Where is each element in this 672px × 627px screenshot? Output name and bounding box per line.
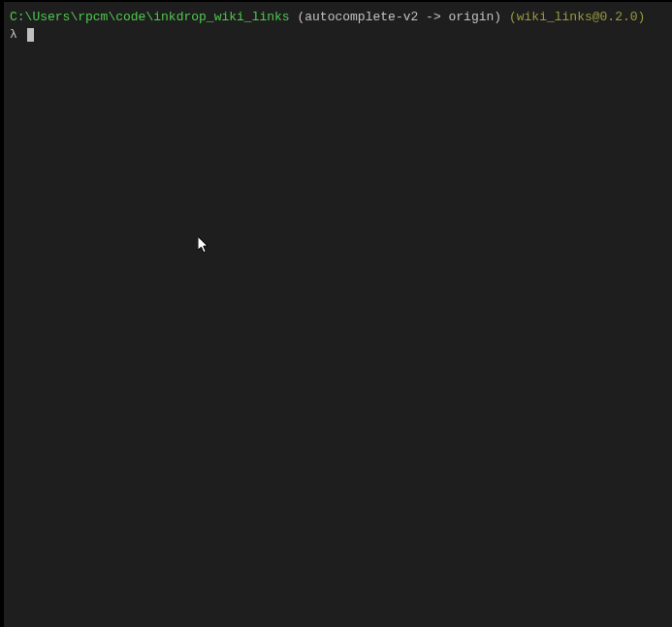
- mouse-cursor-icon: [198, 236, 211, 256]
- cursor-block: [27, 28, 34, 42]
- prompt-path: C:\Users\rpcm\code\inkdrop_wiki_links: [10, 10, 290, 24]
- package-version: wiki_links@0.2.0: [517, 10, 638, 24]
- prompt-line: C:\Users\rpcm\code\inkdrop_wiki_links (a…: [10, 10, 666, 26]
- terminal-window[interactable]: C:\Users\rpcm\code\inkdrop_wiki_links (a…: [4, 2, 672, 627]
- git-branch: autocomplete-v2 -> origin: [304, 10, 494, 24]
- branch-close: ): [494, 10, 501, 24]
- pkg-close: ): [638, 10, 646, 24]
- branch-open: (: [290, 10, 305, 24]
- pkg-open: (: [501, 10, 517, 24]
- prompt-symbol: λ: [10, 27, 25, 44]
- input-line[interactable]: λ: [10, 27, 666, 44]
